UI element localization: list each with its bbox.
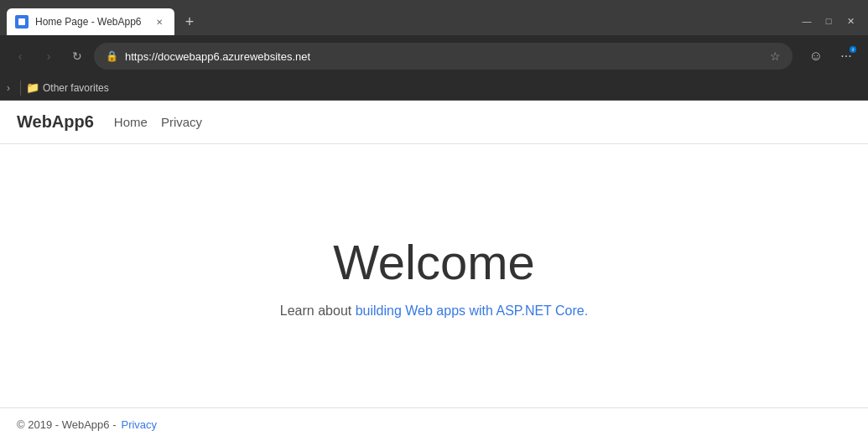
folder-icon: 📁 [26, 81, 39, 94]
tab-title: Home Page - WebApp6 [35, 16, 142, 28]
extension-badge: i [850, 46, 856, 53]
app-nav-links: Home Privacy [114, 115, 202, 129]
minimize-button[interactable]: — [799, 13, 814, 29]
back-button[interactable]: ‹ [8, 44, 32, 68]
lock-icon: 🔒 [106, 50, 118, 62]
nav-link-home[interactable]: Home [114, 115, 148, 129]
emoji-button[interactable]: ☺ [803, 43, 829, 70]
close-button[interactable]: ✕ [843, 13, 858, 29]
new-tab-button[interactable]: + [178, 10, 201, 34]
subtext-prefix: Learn about [280, 304, 356, 318]
tab-bar: Home Page - WebApp6 ✕ + — □ ✕ [0, 0, 868, 35]
page-content: WebApp6 Home Privacy Welcome Learn about… [0, 101, 868, 441]
bookmarks-bar: › 📁 Other favorites [0, 77, 868, 101]
url-text: https://docwebapp6.azurewebsites.net [125, 50, 763, 63]
bookmarks-chevron[interactable]: › [7, 82, 10, 94]
other-favorites-item[interactable]: 📁 Other favorites [26, 81, 109, 94]
window-controls: — □ ✕ [799, 13, 858, 29]
nav-link-privacy[interactable]: Privacy [161, 115, 202, 129]
refresh-button[interactable]: ↻ [65, 44, 89, 68]
footer-copyright: © 2019 - WebApp6 - [17, 418, 116, 431]
other-favorites-label: Other favorites [43, 82, 109, 94]
favorite-icon[interactable]: ☆ [770, 49, 781, 63]
maximize-button[interactable]: □ [821, 13, 836, 29]
welcome-heading: Welcome [333, 234, 535, 290]
subtext-link[interactable]: building Web apps with ASP.NET Core. [356, 304, 589, 318]
nav-bar: ‹ › ↻ 🔒 https://docwebapp6.azurewebsites… [0, 35, 868, 77]
welcome-subtext: Learn about building Web apps with ASP.N… [280, 304, 588, 319]
address-bar[interactable]: 🔒 https://docwebapp6.azurewebsites.net ☆ [94, 43, 793, 70]
active-tab[interactable]: Home Page - WebApp6 ✕ [7, 8, 174, 35]
app-brand: WebApp6 [17, 112, 94, 132]
tab-favicon [15, 15, 29, 29]
browser-chrome: Home Page - WebApp6 ✕ + — □ ✕ ‹ › ↻ 🔒 ht… [0, 0, 868, 101]
forward-button[interactable]: › [37, 44, 60, 68]
page-footer: © 2019 - WebApp6 - Privacy [0, 407, 868, 441]
app-nav: WebApp6 Home Privacy [0, 101, 868, 144]
main-content: Welcome Learn about building Web apps wi… [0, 144, 868, 407]
tab-close-button[interactable]: ✕ [153, 15, 166, 29]
footer-privacy-link[interactable]: Privacy [121, 418, 157, 431]
extensions-button[interactable]: ··· i [833, 43, 860, 70]
bookmarks-divider [20, 80, 21, 96]
nav-right-controls: ☺ ··· i [803, 43, 860, 70]
